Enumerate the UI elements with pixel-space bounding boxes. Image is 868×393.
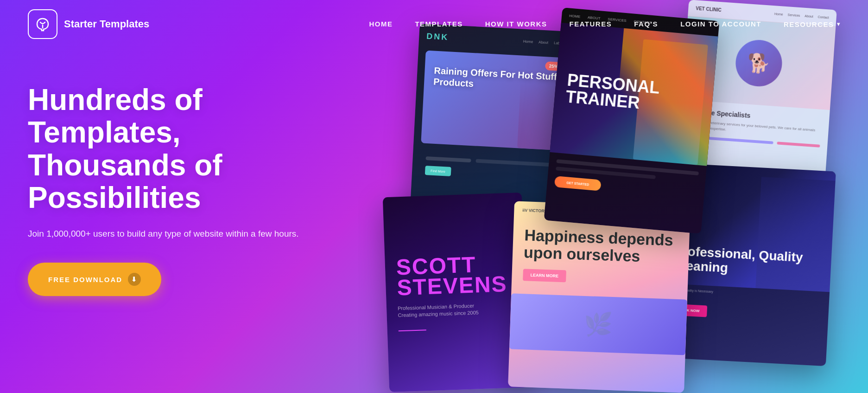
nav-item-templates[interactable]: TEMPLATES (415, 20, 463, 28)
nav-item-features[interactable]: FEATURES (569, 20, 612, 28)
hero-section: Starter Templates HOME TEMPLATES HOW IT … (0, 0, 868, 393)
mockup-scott: SCOTT STEVENS Professional Musician & Pr… (383, 193, 528, 392)
nav-item-login[interactable]: LOGIN TO ACCOUNT (680, 20, 761, 28)
logo-icon (28, 9, 57, 39)
free-download-button[interactable]: FREE DOWNLOAD ⬇ (28, 263, 161, 296)
nav-item-how-it-works[interactable]: HOW IT WORKS (485, 20, 547, 28)
hero-title: Hundreds of Templates, Thousands of Poss… (28, 84, 306, 214)
nav-item-faqs[interactable]: FAQ'S (634, 20, 658, 28)
nav-item-home[interactable]: HOME (369, 20, 393, 28)
happiness-cta[interactable]: LEARN MORE (523, 269, 566, 282)
hero-content: Hundreds of Templates, Thousands of Poss… (28, 84, 306, 296)
nav-link-home[interactable]: HOME (369, 20, 393, 28)
nav-link-features[interactable]: FEATURES (569, 20, 612, 28)
nav-link-resources[interactable]: RESOURCES ▾ (784, 20, 840, 28)
nav-link-login[interactable]: LOGIN TO ACCOUNT (680, 20, 761, 28)
nav-link-templates[interactable]: TEMPLATES (415, 20, 463, 28)
logo[interactable]: Starter Templates (28, 9, 149, 39)
chevron-down-icon: ▾ (837, 21, 841, 27)
hero-subtitle: Join 1,000,000+ users to build any type … (28, 227, 306, 241)
nav-item-resources[interactable]: RESOURCES ▾ (784, 20, 840, 28)
happiness-title: Happiness depends upon ourselves (524, 226, 678, 266)
mockups-wrapper: DNK Home About Lab Contact Raining Offer… (358, 0, 868, 393)
scott-content: SCOTT STEVENS Professional Musician & Pr… (383, 193, 528, 392)
logo-text: Starter Templates (64, 18, 149, 30)
cta-label: FREE DOWNLOAD (48, 276, 122, 283)
happiness-image: 🌿 (509, 293, 687, 355)
nav-link-faqs[interactable]: FAQ'S (634, 20, 658, 28)
cleaning-cta: BOOK NOW (671, 303, 819, 323)
download-icon: ⬇ (128, 273, 141, 286)
scott-name: SCOTT STEVENS (396, 253, 514, 297)
nav-link-how-it-works[interactable]: HOW IT WORKS (485, 20, 547, 28)
nav-links: HOME TEMPLATES HOW IT WORKS FEATURES FAQ… (369, 20, 840, 28)
navbar: Starter Templates HOME TEMPLATES HOW IT … (0, 0, 868, 48)
